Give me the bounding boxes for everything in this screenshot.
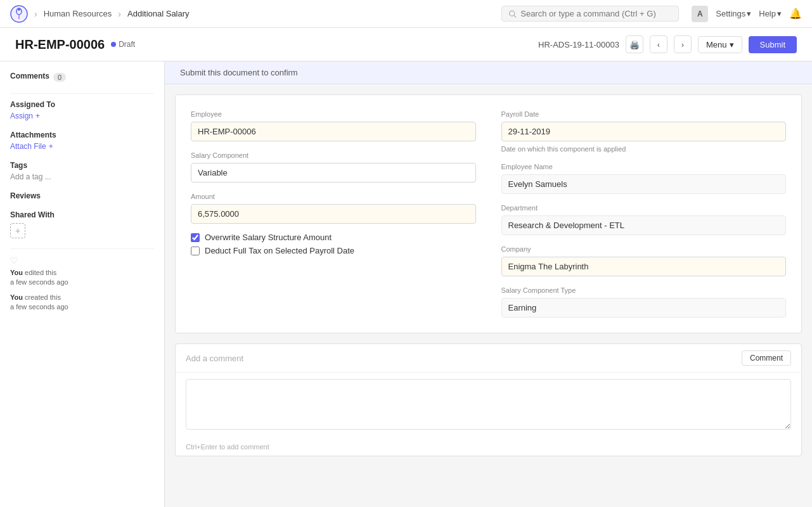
search-input[interactable] (520, 9, 672, 18)
employee-name-field-group: Employee Name Evelyn Samuels (501, 163, 787, 194)
svg-line-5 (514, 15, 516, 17)
assigned-to-section: Assigned To Assign + (10, 100, 154, 120)
sidebar-comments-header: Comments 0 (10, 72, 154, 83)
comment-placeholder-text: Add a comment (186, 354, 243, 363)
settings-button[interactable]: Settings ▾ (716, 9, 751, 18)
right-column: Payroll Date Date on which this componen… (501, 110, 787, 318)
employee-field-group: Employee (191, 110, 476, 141)
deduct-label: Deduct Full Tax on Selected Payroll Date (205, 246, 354, 255)
comment-card: Add a comment Comment Ctrl+Enter to add … (175, 343, 802, 456)
print-button[interactable]: 🖨️ (626, 35, 643, 53)
prev-button[interactable]: ‹ (650, 35, 667, 53)
svg-point-4 (510, 11, 515, 16)
employee-name-label: Employee Name (501, 163, 787, 170)
alert-message: Submit this document to confirm (180, 68, 298, 77)
app-logo[interactable] (10, 5, 28, 23)
reviews-label: Reviews (10, 191, 154, 200)
activity-text-0: You edited thisa few seconds ago (10, 268, 154, 288)
activity-item-0: You edited thisa few seconds ago (10, 268, 154, 288)
comment-body (176, 373, 801, 438)
comment-button[interactable]: Comment (742, 350, 791, 366)
main-content: Submit this document to confirm Employee… (165, 61, 812, 507)
shared-with-add-button[interactable]: + (10, 223, 25, 238)
salary-component-label: Salary Component (191, 151, 476, 159)
form-card: Employee Salary Component Amount (175, 94, 802, 333)
topnav-right: A Settings ▾ Help ▾ 🔔 (692, 6, 802, 22)
breadcrumb-additional-salary[interactable]: Additional Salary (127, 9, 190, 18)
deduct-checkbox[interactable] (191, 247, 200, 255)
payroll-date-field-group: Payroll Date Date on which this componen… (501, 110, 787, 153)
status-badge: Draft (111, 40, 135, 49)
divider-2 (10, 248, 154, 249)
employee-input[interactable] (191, 122, 476, 141)
comments-label: Comments (10, 72, 49, 80)
sidebar: Comments 0 Assigned To Assign + Attachme… (0, 61, 165, 507)
submit-button[interactable]: Submit (749, 36, 797, 53)
overwrite-checkbox[interactable] (191, 233, 200, 242)
overwrite-label: Overwrite Salary Structure Amount (205, 233, 332, 242)
amount-field-group: Amount (191, 193, 476, 224)
main-layout: Comments 0 Assigned To Assign + Attachme… (0, 61, 812, 507)
employee-label: Employee (191, 110, 476, 118)
next-button[interactable]: › (674, 35, 692, 53)
department-label: Department (501, 204, 787, 212)
activity-item-1: You created thisa few seconds ago (10, 293, 154, 312)
payroll-date-label: Payroll Date (501, 110, 787, 118)
attachments-section: Attachments Attach File + (10, 131, 154, 151)
breadcrumb-sep-2: › (118, 9, 121, 19)
deduct-checkbox-row: Deduct Full Tax on Selected Payroll Date (191, 246, 476, 255)
assigned-to-label: Assigned To (10, 100, 154, 109)
payroll-date-input[interactable] (501, 122, 787, 141)
shared-with-section: Shared With + (10, 210, 154, 238)
page-title: HR-EMP-00006 (15, 37, 105, 52)
form-grid: Employee Salary Component Amount (191, 110, 786, 318)
status-text: Draft (119, 40, 135, 49)
search-icon (508, 10, 517, 18)
page-title-area: HR-EMP-00006 Draft (15, 37, 135, 52)
payroll-date-hint: Date on which this component is applied (501, 145, 787, 153)
add-tag-link[interactable]: Add a tag ... (10, 172, 154, 181)
overwrite-checkbox-row: Overwrite Salary Structure Amount (191, 233, 476, 242)
salary-component-type-field-group: Salary Component Type Earning (501, 286, 787, 318)
divider-1 (10, 93, 154, 94)
avatar[interactable]: A (692, 6, 708, 22)
svg-point-3 (18, 8, 20, 11)
salary-component-type-label: Salary Component Type (501, 286, 787, 294)
amount-label: Amount (191, 193, 476, 200)
amount-input[interactable] (191, 204, 476, 224)
menu-button[interactable]: Menu ▾ (698, 36, 742, 53)
salary-component-type-value: Earning (501, 298, 787, 318)
breadcrumb-sep-1: › (34, 9, 37, 19)
tags-label: Tags (10, 161, 154, 170)
help-button[interactable]: Help ▾ (759, 9, 782, 18)
page-header: HR-EMP-00006 Draft HR-ADS-19-11-00003 🖨️… (0, 28, 812, 61)
page-header-right: HR-ADS-19-11-00003 🖨️ ‹ › Menu ▾ Submit (538, 35, 797, 53)
salary-component-field-group: Salary Component (191, 151, 476, 183)
company-field-group: Company (501, 245, 787, 276)
topnav: › Human Resources › Additional Salary A … (0, 0, 812, 28)
attachments-label: Attachments (10, 131, 154, 139)
activity-text-1: You created thisa few seconds ago (10, 293, 154, 312)
reviews-section: Reviews (10, 191, 154, 200)
company-input[interactable] (501, 257, 787, 276)
tags-section: Tags Add a tag ... (10, 161, 154, 181)
checkboxes: Overwrite Salary Structure Amount Deduct… (191, 233, 476, 255)
company-label: Company (501, 245, 787, 253)
comment-textarea[interactable] (186, 379, 791, 430)
notification-bell[interactable]: 🔔 (789, 8, 802, 20)
comments-badge: 0 (53, 73, 66, 82)
salary-component-input[interactable] (191, 163, 476, 183)
comment-footer-hint: Ctrl+Enter to add comment (186, 443, 269, 451)
department-field-group: Department Research & Development - ETL (501, 204, 787, 235)
sidebar-comments-section: Comments 0 (10, 72, 154, 83)
left-column: Employee Salary Component Amount (191, 110, 476, 318)
status-dot (111, 42, 116, 47)
assign-link[interactable]: Assign + (10, 112, 154, 120)
employee-name-value: Evelyn Samuels (501, 174, 787, 194)
breadcrumb-human-resources[interactable]: Human Resources (44, 9, 112, 18)
shared-with-label: Shared With (10, 210, 154, 219)
attach-file-link[interactable]: Attach File + (10, 142, 154, 151)
search-bar[interactable] (501, 6, 679, 22)
department-value: Research & Development - ETL (501, 215, 787, 235)
heart-icon: ♡ (10, 255, 154, 266)
